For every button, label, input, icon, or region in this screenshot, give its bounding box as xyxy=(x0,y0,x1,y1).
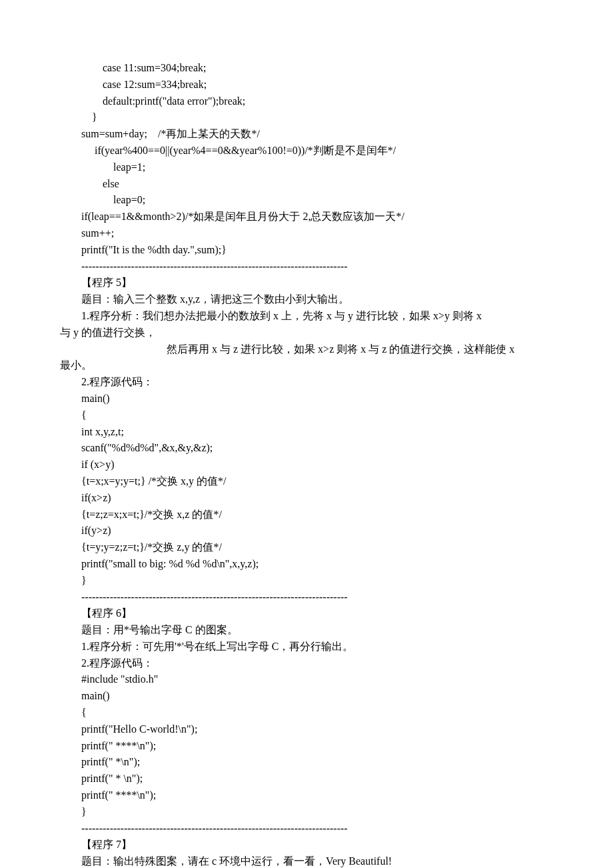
text-line: 1.程序分析：我们想办法把最小的数放到 x 上，先将 x 与 y 进行比较，如果… xyxy=(60,308,553,325)
text-line: {t=x;x=y;y=t;} /*交换 x,y 的值*/ xyxy=(60,473,553,490)
text-line: if(year%400==0||(year%4==0&&year%100!=0)… xyxy=(60,143,553,159)
text-line: } xyxy=(60,804,553,821)
text-line: 【程序 7】 xyxy=(60,837,553,853)
text-line: sum=sum+day; /*再加上某天的天数*/ xyxy=(60,126,553,143)
text-line: 2.程序源代码： xyxy=(60,655,553,672)
text-line: 题目：输出特殊图案，请在 c 环境中运行，看一看，Very Beautiful! xyxy=(60,853,553,868)
text-line: printf("It is the %dth day.",sum);} xyxy=(60,242,553,259)
text-line: if (x>y) xyxy=(60,457,553,473)
text-line: 【程序 6】 xyxy=(60,605,553,622)
text-line: printf(" *\n"); xyxy=(60,754,553,771)
text-line: else xyxy=(60,176,553,193)
text-line: 【程序 5】 xyxy=(60,275,553,291)
text-line: main() xyxy=(60,688,553,705)
text-line: printf(" ****\n"); xyxy=(60,738,553,755)
text-line: { xyxy=(60,407,553,424)
text-line: if(leap==1&&month>2)/*如果是闰年且月份大于 2,总天数应该… xyxy=(60,209,553,225)
text-line: leap=0; xyxy=(60,192,553,209)
text-line: 然后再用 x 与 z 进行比较，如果 x>z 则将 x 与 z 的值进行交换，这… xyxy=(60,341,553,358)
text-line: 最小。 xyxy=(60,357,553,374)
text-line: printf(" ****\n"); xyxy=(60,787,553,804)
text-line: sum++; xyxy=(60,225,553,242)
text-line: if(x>z) xyxy=(60,490,553,507)
text-line: case 12:sum=334;break; xyxy=(60,77,553,93)
text-line: 2.程序源代码： xyxy=(60,374,553,391)
text-line: printf("Hello C-world!\n"); xyxy=(60,721,553,738)
text-line: int x,y,z,t; xyxy=(60,424,553,441)
text-line: case 11:sum=304;break; xyxy=(60,60,553,77)
text-line: if(y>z) xyxy=(60,523,553,539)
text-line: 题目：用*号输出字母 C 的图案。 xyxy=(60,622,553,639)
text-line: 题目：输入三个整数 x,y,z，请把这三个数由小到大输出。 xyxy=(60,291,553,308)
document-page: case 11:sum=304;break;case 12:sum=334;br… xyxy=(0,0,613,868)
text-line: default:printf("data error");break; xyxy=(60,93,553,110)
text-line: ----------------------------------------… xyxy=(60,589,553,606)
text-line: ----------------------------------------… xyxy=(60,821,553,837)
text-line: 与 y 的值进行交换， xyxy=(60,325,553,341)
text-line: 1.程序分析：可先用'*'号在纸上写出字母 C，再分行输出。 xyxy=(60,639,553,655)
text-line: main() xyxy=(60,391,553,407)
text-line: printf("small to big: %d %d %d\n",x,y,z)… xyxy=(60,556,553,573)
text-line: {t=z;z=x;x=t;}/*交换 x,z 的值*/ xyxy=(60,507,553,523)
text-line: } xyxy=(60,573,553,589)
text-line: #include "stdio.h" xyxy=(60,671,553,688)
text-line: leap=1; xyxy=(60,159,553,176)
text-line: ----------------------------------------… xyxy=(60,259,553,275)
text-line: } xyxy=(60,109,553,126)
text-line: { xyxy=(60,705,553,721)
text-line: scanf("%d%d%d",&x,&y,&z); xyxy=(60,440,553,457)
text-line: {t=y;y=z;z=t;}/*交换 z,y 的值*/ xyxy=(60,539,553,556)
text-line: printf(" * \n"); xyxy=(60,771,553,787)
